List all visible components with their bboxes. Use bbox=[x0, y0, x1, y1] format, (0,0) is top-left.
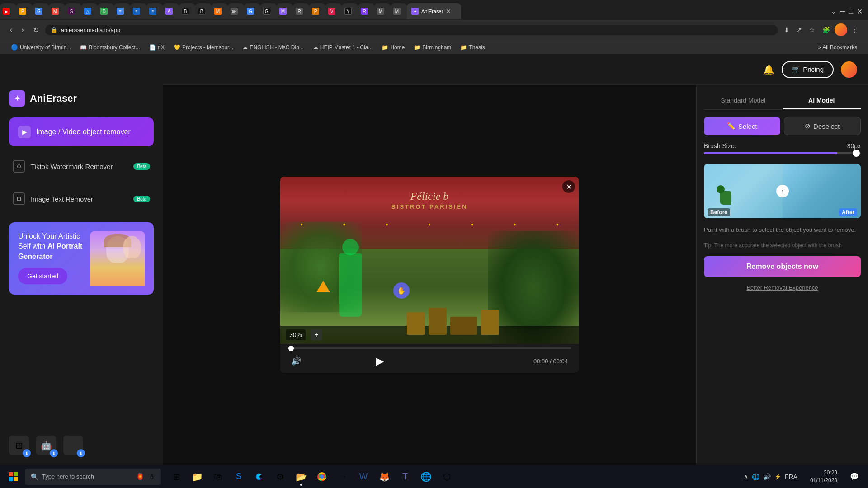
tab-25[interactable]: M bbox=[391, 3, 407, 19]
brush-slider-thumb[interactable] bbox=[853, 150, 860, 157]
bookmark-rx[interactable]: 📄 r X bbox=[146, 43, 168, 52]
back-button[interactable]: ‹ bbox=[7, 24, 15, 36]
bookmark-english[interactable]: ☁ ENGLISH - MsC Dip... bbox=[239, 43, 307, 52]
tab-1[interactable]: ▶ bbox=[0, 3, 16, 19]
tab-anieraser-active[interactable]: ✦ AniEraser ✕ bbox=[407, 3, 461, 19]
close-modal-button[interactable]: ✕ bbox=[562, 180, 575, 193]
deselect-button[interactable]: ⊗ Deselect bbox=[784, 117, 861, 135]
clock[interactable]: 20:29 01/11/2023 bbox=[805, 469, 843, 484]
taskbar-teams[interactable]: T bbox=[395, 467, 415, 487]
taskbar-word[interactable]: W bbox=[354, 467, 373, 487]
tab-15[interactable]: SN bbox=[228, 3, 244, 19]
brush-cursor[interactable]: ✋ bbox=[393, 282, 410, 299]
bookmark-thesis[interactable]: 📁 Thesis bbox=[457, 43, 488, 52]
share-button[interactable]: ↗ bbox=[794, 24, 805, 35]
taskbar-firefox[interactable]: 🦊 bbox=[374, 467, 394, 487]
tab-19[interactable]: R bbox=[293, 3, 309, 19]
taskbar-store[interactable]: 🛍 bbox=[208, 467, 228, 487]
taskbar-folder[interactable]: 📂 bbox=[291, 467, 311, 487]
bookmark-home[interactable]: 📁 Home bbox=[378, 43, 408, 52]
sidebar-item-tiktok[interactable]: ⊙ Tiktok Watermark Remover Beta bbox=[9, 154, 154, 179]
menu-button[interactable]: ⋮ bbox=[849, 24, 861, 35]
progress-dot[interactable] bbox=[288, 346, 294, 351]
battery-icon[interactable]: ⚡ bbox=[774, 474, 781, 480]
progress-bar[interactable] bbox=[288, 347, 571, 349]
better-removal-link[interactable]: Better Removal Experience bbox=[704, 284, 861, 291]
user-avatar[interactable] bbox=[841, 61, 857, 78]
close-window-icon[interactable]: ✕ bbox=[857, 7, 863, 16]
forward-button[interactable]: › bbox=[19, 24, 26, 36]
tab-ai-model[interactable]: AI Model bbox=[783, 92, 861, 109]
bookmark-heip[interactable]: ☁ HEIP Master 1 - Cla... bbox=[309, 43, 376, 52]
tab-3[interactable]: G bbox=[33, 3, 49, 19]
url-display: anieraser.media.io/app bbox=[61, 27, 772, 33]
network-icon[interactable]: 🌐 bbox=[752, 473, 760, 480]
tab-6[interactable]: △ bbox=[81, 3, 98, 19]
tab-17[interactable]: G bbox=[260, 3, 277, 19]
sidebar-item-object-remover[interactable]: ▶ Image / Video object remover bbox=[9, 117, 154, 146]
expand-tabs-icon[interactable]: ⌄ bbox=[831, 8, 836, 15]
bookmark-bloomsbury[interactable]: 📖 Bloomsbury Collect... bbox=[76, 43, 143, 52]
tab-13[interactable]: B bbox=[195, 3, 212, 19]
tab-10[interactable]: ≡ bbox=[146, 3, 163, 19]
bookmark-projects[interactable]: 💛 Projects - Memsour... bbox=[170, 43, 237, 52]
notification-center-button[interactable]: 💬 bbox=[844, 467, 864, 487]
taskbar-search[interactable]: 🔍 Type here to search 🏮 🕯 bbox=[25, 469, 161, 485]
play-button[interactable]: ▶ bbox=[376, 355, 384, 367]
tab-20[interactable]: P bbox=[309, 3, 326, 19]
remove-objects-button[interactable]: Remove objects now bbox=[704, 256, 861, 277]
brush-size-slider[interactable] bbox=[704, 152, 861, 154]
bookmark-birmingham[interactable]: 📁 Birmingham bbox=[410, 43, 455, 52]
volume-icon[interactable]: 🔊 bbox=[763, 473, 771, 480]
tab-7[interactable]: D bbox=[98, 3, 114, 19]
address-bar[interactable]: 🔒 anieraser.media.io/app bbox=[45, 25, 778, 35]
tab-24[interactable]: M bbox=[374, 3, 391, 19]
tab-12[interactable]: B bbox=[179, 3, 195, 19]
tab-14[interactable]: M bbox=[212, 3, 228, 19]
taskbar-task-view[interactable]: ⊞ bbox=[166, 467, 186, 487]
nav-bar: ‹ › ↻ 🔒 anieraser.media.io/app ⬇ ↗ ☆ 🧩 ⋮ bbox=[0, 20, 868, 40]
tab-2[interactable]: P bbox=[16, 3, 33, 19]
bookmarks-more-button[interactable]: » All Bookmarks bbox=[814, 43, 861, 52]
taskbar-chrome[interactable] bbox=[312, 467, 332, 487]
windows-download[interactable]: ⊞ ⬇ bbox=[9, 436, 29, 455]
promo-cta-button[interactable]: Get started bbox=[18, 268, 67, 284]
tab-22[interactable]: Y bbox=[342, 3, 358, 19]
taskbar-app2[interactable]: 🌐 bbox=[416, 467, 436, 487]
tab-16[interactable]: G bbox=[244, 3, 260, 19]
taskbar-skype[interactable]: S bbox=[229, 467, 249, 487]
taskbar-edge[interactable] bbox=[250, 467, 269, 487]
ios-download[interactable]: ⬇ bbox=[63, 436, 83, 455]
taskbar-arrow[interactable]: → bbox=[333, 467, 353, 487]
tab-18[interactable]: M bbox=[277, 3, 293, 19]
tab-23[interactable]: R bbox=[358, 3, 374, 19]
taskbar-settings[interactable]: ⚙ bbox=[270, 467, 290, 487]
sidebar-item-image-text[interactable]: ⊡ Image Text Remover Beta bbox=[9, 186, 154, 211]
tab-9[interactable]: ≡ bbox=[130, 3, 146, 19]
volume-button[interactable]: 🔊 bbox=[291, 356, 301, 366]
android-download[interactable]: 🤖 ⬇ bbox=[36, 436, 56, 455]
tab-21[interactable]: V bbox=[326, 3, 342, 19]
maximize-window-icon[interactable]: □ bbox=[849, 7, 853, 15]
zoom-in-button[interactable]: + bbox=[311, 329, 322, 340]
minimize-window-icon[interactable]: ─ bbox=[840, 7, 845, 15]
close-tab-icon[interactable]: ✕ bbox=[446, 8, 451, 15]
bookmark-university[interactable]: 🔵 University of Birmin... bbox=[7, 43, 75, 52]
select-button[interactable]: ✏️ Select bbox=[704, 117, 780, 135]
tab-8[interactable]: ≡ bbox=[114, 3, 130, 19]
extensions-button[interactable]: 🧩 bbox=[820, 24, 833, 35]
taskbar-file-explorer[interactable]: 📁 bbox=[187, 467, 207, 487]
chevron-up-icon[interactable]: ∧ bbox=[744, 473, 748, 480]
tab-4[interactable]: M bbox=[49, 3, 65, 19]
tab-standard-model[interactable]: Standard Model bbox=[704, 92, 783, 109]
profile-button[interactable] bbox=[835, 23, 847, 36]
start-button[interactable] bbox=[4, 467, 24, 487]
tab-5[interactable]: S bbox=[65, 3, 81, 19]
pricing-button[interactable]: 🛒 Pricing bbox=[782, 61, 834, 78]
refresh-button[interactable]: ↻ bbox=[30, 24, 42, 36]
download-nav-button[interactable]: ⬇ bbox=[781, 24, 792, 35]
tab-11[interactable]: A bbox=[163, 3, 179, 19]
notifications-button[interactable]: 🔔 bbox=[763, 64, 774, 75]
taskbar-app3[interactable]: ⬡ bbox=[437, 467, 457, 487]
bookmark-star-button[interactable]: ☆ bbox=[807, 24, 818, 35]
